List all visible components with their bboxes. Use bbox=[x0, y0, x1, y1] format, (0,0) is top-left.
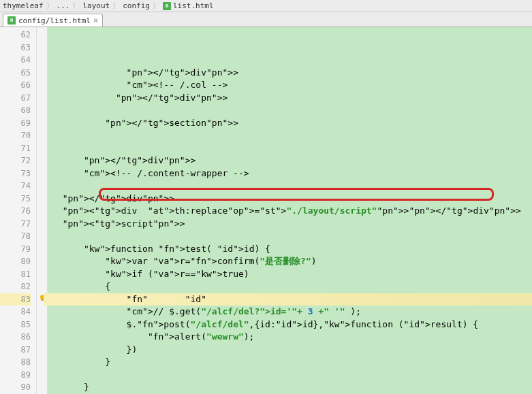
crumb-sep: 〉 bbox=[72, 1, 80, 11]
code-line[interactable]: "pn"></"tg">div"pn">> bbox=[52, 67, 532, 80]
code-line[interactable]: } bbox=[52, 381, 532, 394]
code-line[interactable]: "pn"></"tg">div"pn">> bbox=[52, 154, 532, 167]
code-line[interactable]: "pn"><"tg">script"pn">> bbox=[52, 218, 532, 231]
code-line[interactable]: "kw">function "fn">test( "id">id) { bbox=[52, 243, 532, 256]
crumb-4[interactable]: Hlist.html bbox=[163, 1, 214, 10]
crumb-1[interactable]: ... bbox=[57, 1, 70, 10]
code-line[interactable]: "fn">alert("wewrw"); bbox=[52, 331, 532, 344]
code-line[interactable] bbox=[52, 142, 532, 155]
tab-label: config/list.html bbox=[18, 16, 91, 25]
svg-rect-1 bbox=[41, 299, 43, 300]
code-line[interactable]: "pn"></"tg">section"pn">> bbox=[52, 117, 532, 130]
code-line[interactable]: { bbox=[52, 280, 532, 293]
code-line[interactable]: "pn"></"tg">div"pn">> bbox=[52, 193, 532, 206]
code-line[interactable] bbox=[52, 129, 532, 142]
code-line[interactable] bbox=[52, 104, 532, 117]
crumb-3[interactable]: config bbox=[123, 1, 150, 10]
code-line[interactable]: } bbox=[52, 356, 532, 369]
html-file-icon: H bbox=[163, 2, 171, 10]
code-editor[interactable]: 6263646566676869707172737475767778798081… bbox=[0, 27, 532, 394]
crumb-sep: 〉 bbox=[112, 1, 120, 11]
line-gutter: 6263646566676869707172737475767778798081… bbox=[0, 27, 37, 394]
tab-bar: H config/list.html × bbox=[0, 12, 532, 27]
code-area[interactable]: "pn"></"tg">div"pn">> "cm"><!-- /.col --… bbox=[48, 27, 532, 394]
breadcrumb-bar: thymeleaf 〉 ... 〉 layout 〉 config 〉 Hlis… bbox=[0, 0, 532, 12]
code-line[interactable] bbox=[52, 230, 532, 243]
intention-gutter bbox=[37, 27, 48, 394]
html-file-icon: H bbox=[7, 16, 16, 24]
code-line[interactable]: "pn"></"tg">div"pn">> bbox=[52, 92, 532, 105]
code-line[interactable]: "cm"><!-- /.content-wrapper --> bbox=[52, 167, 532, 180]
crumb-2[interactable]: layout bbox=[82, 1, 110, 10]
crumb-sep: 〉 bbox=[46, 1, 54, 11]
code-line[interactable]: "kw">if ("va">r=="kw">true) bbox=[52, 268, 532, 281]
code-line[interactable]: "kw">var "va">r="fn">confirm("是否删除?") bbox=[52, 255, 532, 268]
close-icon[interactable]: × bbox=[93, 16, 98, 25]
code-line[interactable]: "cm"><!-- /.col --> bbox=[52, 79, 532, 92]
code-line[interactable]: "cm">// $.get("/alcf/del?">id='"+ 3 +" '… bbox=[52, 306, 532, 318]
code-line[interactable] bbox=[52, 369, 532, 382]
crumb-0[interactable]: thymeleaf bbox=[3, 1, 44, 10]
code-line[interactable]: "pn"><"tg">div "at">th:replace"op">="st"… bbox=[52, 205, 532, 218]
code-line[interactable]: $."fn">post("/alcf/del",{id:"id">id},"kw… bbox=[52, 318, 532, 331]
editor-tab[interactable]: H config/list.html × bbox=[3, 14, 103, 27]
crumb-sep: 〉 bbox=[153, 1, 160, 11]
code-line[interactable] bbox=[52, 180, 532, 193]
code-line[interactable]: }) bbox=[52, 344, 532, 357]
